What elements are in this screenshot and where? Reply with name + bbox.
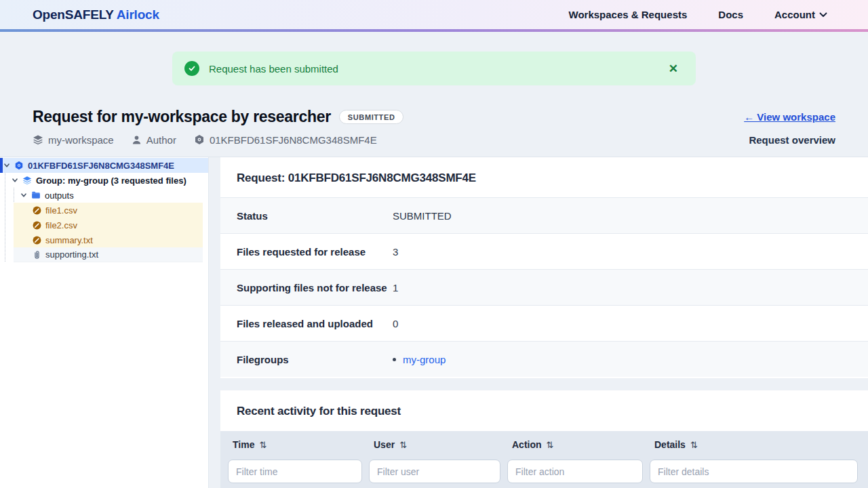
request-cube-icon: [14, 161, 24, 170]
filter-cell: [505, 458, 648, 483]
author-meta: Author: [132, 134, 176, 146]
airlock-request-page: OpenSAFELY Airlock Workspaces & Requests…: [0, 0, 868, 488]
activity-table-head: Time ⇅ User ⇅ Action ⇅ Details ⇅: [220, 431, 868, 488]
filter-user-input[interactable]: [369, 460, 500, 483]
file-tree-sidebar: 01KFBFD61SFJ6N8CMG348SMF4E Group: my-gro…: [0, 157, 209, 488]
layers-icon: [33, 134, 43, 145]
folder-icon: [31, 190, 41, 200]
paperclip-icon: [33, 250, 41, 260]
request-id: 01KFBFD61SFJ6N8CMG348SMF4E: [210, 134, 377, 146]
file-pending-icon: [33, 236, 41, 245]
logo-primary: OpenSAFELY: [33, 7, 113, 22]
file-tree: 01KFBFD61SFJ6N8CMG348SMF4E Group: my-gro…: [0, 157, 208, 262]
nav-workspaces-label: Workspaces & Requests: [569, 9, 688, 20]
filter-cell: [367, 458, 505, 483]
column-label: Time: [233, 439, 254, 450]
detail-label: Files requested for release: [237, 246, 393, 258]
tree-item-group[interactable]: Group: my-group (3 requested files): [0, 173, 208, 188]
tree-item-label: 01KFBFD61SFJ6N8CMG348SMF4E: [28, 161, 174, 171]
detail-row-files-requested: Files requested for release 3: [220, 233, 868, 269]
close-icon[interactable]: ✕: [666, 60, 681, 77]
page-title-row: Request for my-workspace by researcher S…: [33, 103, 835, 130]
workspace-name: my-workspace: [48, 134, 114, 146]
check-circle-icon: [184, 61, 199, 76]
tree-item-label: file1.csv: [45, 205, 77, 216]
filter-details-input[interactable]: [650, 460, 858, 483]
top-navigation-bar: OpenSAFELY Airlock Workspaces & Requests…: [0, 0, 868, 29]
tree-item-supporting[interactable]: supporting.txt: [14, 247, 203, 262]
request-cube-icon: [194, 134, 205, 145]
detail-label: Files released and uploaded: [237, 318, 393, 329]
filter-time-input[interactable]: [228, 460, 362, 483]
column-header-user[interactable]: User ⇅: [367, 439, 505, 450]
tree-item-outputs-folder[interactable]: outputs: [0, 188, 208, 203]
file-pending-icon: [33, 221, 41, 230]
author-label: Author: [146, 134, 176, 146]
tree-item-label: outputs: [45, 190, 74, 201]
activity-filter-row: [220, 458, 868, 483]
recent-activity-heading: Recent activity for this request: [220, 390, 868, 430]
detail-label: Status: [237, 210, 393, 222]
nav-workspaces-requests[interactable]: Workspaces & Requests: [569, 9, 688, 20]
chevron-down-icon: [819, 12, 827, 18]
notification-message: Request has been submitted: [209, 63, 338, 75]
file-pending-icon: [33, 206, 41, 215]
detail-label: Filegroups: [237, 354, 393, 365]
request-details-card: Request: 01KFBFD61SFJ6N8CMG348SMF4E Stat…: [220, 157, 868, 378]
view-workspace-link[interactable]: ← View workspace: [744, 111, 835, 123]
request-overview-label: Request overview: [749, 134, 835, 146]
success-notification: Request has been submitted ✕: [172, 52, 696, 85]
layers-icon: [22, 176, 32, 185]
detail-value: 1: [393, 282, 398, 293]
bullet-icon: [393, 358, 396, 361]
activity-header-row: Time ⇅ User ⇅ Action ⇅ Details ⇅: [220, 431, 868, 458]
column-header-details[interactable]: Details ⇅: [648, 439, 863, 450]
detail-row-supporting-files: Supporting files not for release 1: [220, 269, 868, 305]
column-label: Action: [512, 439, 542, 450]
tree-item-request-root[interactable]: 01KFBFD61SFJ6N8CMG348SMF4E: [0, 158, 208, 173]
user-icon: [132, 135, 142, 145]
opensafely-airlock-logo[interactable]: OpenSAFELY Airlock: [33, 7, 159, 22]
chevron-down-icon: [12, 177, 18, 184]
detail-label: Supporting files not for release: [237, 282, 393, 293]
request-id-meta: 01KFBFD61SFJ6N8CMG348SMF4E: [194, 134, 377, 146]
detail-value: 0: [393, 318, 398, 329]
status-badge: SUBMITTED: [339, 110, 404, 124]
column-label: Details: [654, 439, 686, 450]
tree-item-file1[interactable]: file1.csv: [14, 203, 203, 218]
tree-item-label: supporting.txt: [45, 249, 98, 260]
column-header-action[interactable]: Action ⇅: [505, 439, 648, 450]
nav-docs[interactable]: Docs: [718, 9, 743, 20]
tree-item-file2[interactable]: file2.csv: [14, 218, 203, 232]
detail-value: 3: [393, 246, 398, 258]
filter-cell: [226, 458, 367, 483]
column-header-time[interactable]: Time ⇅: [226, 439, 367, 450]
detail-row-status: Status SUBMITTED: [220, 197, 868, 233]
nav-menu: Workspaces & Requests Docs Account: [569, 9, 827, 20]
filegroup-list-item: my-group: [393, 354, 446, 365]
filegroup-link[interactable]: my-group: [403, 354, 446, 365]
sort-icon: ⇅: [399, 440, 407, 450]
sort-icon: ⇅: [690, 440, 698, 450]
logo-secondary: Airlock: [117, 7, 159, 22]
tree-item-summary[interactable]: summary.txt: [14, 232, 203, 247]
tree-item-label: Group: my-group (3 requested files): [36, 176, 186, 186]
tree-item-label: summary.txt: [45, 235, 93, 245]
chevron-down-icon: [20, 192, 27, 199]
column-label: User: [374, 439, 395, 450]
filter-cell: [648, 458, 863, 483]
tree-item-label: file2.csv: [45, 220, 77, 230]
recent-activity-card: Recent activity for this request Time ⇅ …: [220, 390, 868, 488]
sort-icon: ⇅: [259, 440, 267, 450]
nav-docs-label: Docs: [718, 9, 743, 20]
workspace-meta: my-workspace: [33, 134, 114, 146]
nav-account-label: Account: [774, 9, 815, 20]
sort-icon: ⇅: [547, 440, 554, 450]
detail-row-filegroups: Filegroups my-group: [220, 341, 868, 377]
detail-row-files-released: Files released and uploaded 0: [220, 305, 868, 341]
request-details-heading: Request: 01KFBFD61SFJ6N8CMG348SMF4E: [220, 157, 868, 197]
detail-value: SUBMITTED: [393, 210, 452, 222]
request-meta-row: my-workspace Author 01KFBFD61SFJ6N8CMG34…: [33, 131, 835, 148]
nav-account-menu[interactable]: Account: [774, 9, 827, 20]
filter-action-input[interactable]: [507, 460, 643, 483]
